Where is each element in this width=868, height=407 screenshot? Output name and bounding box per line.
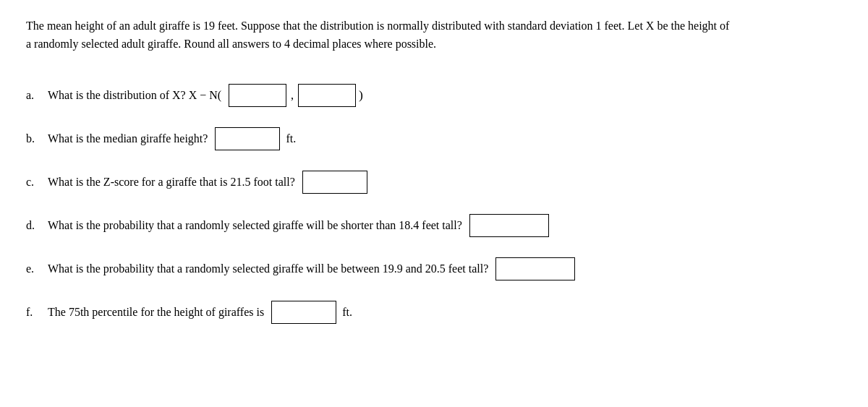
problem-statement: The mean height of an adult giraffe is 1…	[26, 17, 735, 53]
question-row-d: d. What is the probability that a random…	[26, 204, 842, 247]
question-row-b: b. What is the median giraffe height? ft…	[26, 117, 842, 160]
question-label-c: c.	[26, 173, 45, 191]
input-a-stddev[interactable]	[298, 84, 356, 107]
input-a-mean[interactable]	[229, 84, 286, 107]
question-text-a: What is the distribution of X? X − N(	[48, 87, 221, 104]
question-text-c: What is the Z-score for a giraffe that i…	[48, 173, 295, 191]
unit-b: ft.	[286, 130, 296, 147]
input-d-probability[interactable]	[469, 214, 549, 237]
question-text-e: What is the probability that a randomly …	[48, 260, 488, 278]
question-text-b: What is the median giraffe height?	[48, 130, 208, 147]
question-text-d: What is the probability that a randomly …	[48, 217, 462, 234]
question-label-e: e.	[26, 260, 45, 278]
question-label-a: a.	[26, 87, 45, 104]
input-b-median[interactable]	[215, 127, 280, 150]
closing-paren: )	[359, 85, 363, 104]
problem-text: The mean height of an adult giraffe is 1…	[26, 20, 729, 50]
question-row-a: a. What is the distribution of X? X − N(…	[26, 74, 842, 117]
question-label-b: b.	[26, 130, 45, 147]
question-row-f: f. The 75th percentile for the height of…	[26, 291, 842, 334]
question-label-d: d.	[26, 217, 45, 234]
question-label-f: f.	[26, 304, 45, 321]
input-c-zscore[interactable]	[302, 171, 367, 194]
question-text-f: The 75th percentile for the height of gi…	[48, 304, 264, 321]
comma-separator: ,	[291, 87, 294, 104]
unit-f: ft.	[342, 304, 352, 321]
questions-container: a. What is the distribution of X? X − N(…	[26, 74, 842, 334]
question-row-e: e. What is the probability that a random…	[26, 247, 842, 291]
input-f-percentile[interactable]	[271, 301, 336, 324]
input-e-probability[interactable]	[495, 257, 575, 280]
question-row-c: c. What is the Z-score for a giraffe tha…	[26, 160, 842, 204]
